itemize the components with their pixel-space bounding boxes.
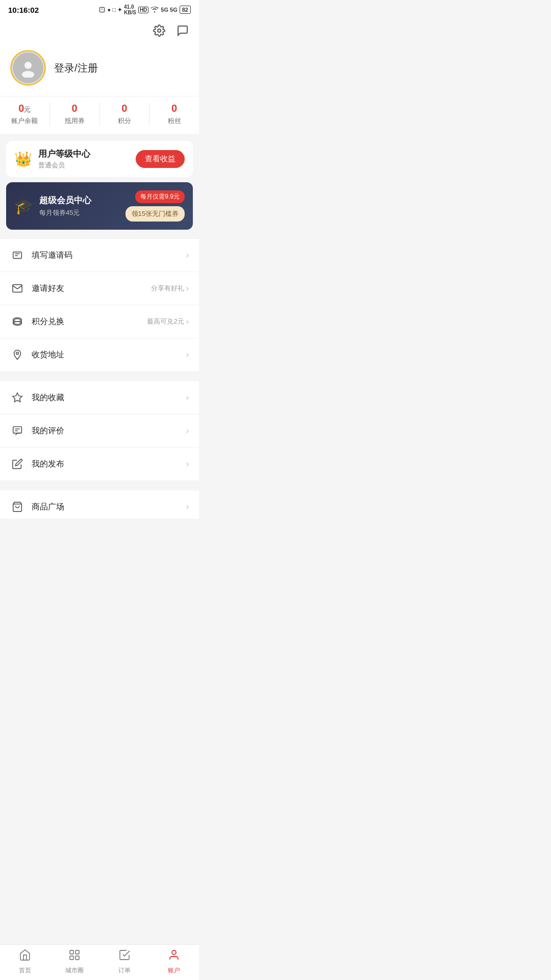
svg-point-2 [24, 62, 32, 69]
super-subtitle: 每月领券45元 [39, 208, 91, 217]
super-member-card[interactable]: 🎓 超级会员中心 每月领券45元 每月仅需9.9元 领15张无门槛券 [6, 182, 193, 230]
stat-fans[interactable]: 0 粉丝 [149, 103, 199, 126]
nfc-icon [98, 6, 106, 13]
chevron-icon: › [186, 251, 189, 260]
menu-item-posts[interactable]: 我的发布 › [0, 448, 199, 480]
svg-point-12 [16, 352, 19, 355]
reviews-icon [10, 424, 24, 438]
network-speed: 41.0KB/S [124, 4, 136, 15]
invite-code-icon [10, 248, 24, 262]
posts-icon [10, 457, 24, 471]
super-title: 超级会员中心 [39, 194, 91, 206]
svg-point-1 [158, 29, 161, 32]
menu-right-favorites: › [186, 393, 189, 402]
menu-item-address[interactable]: 收货地址 › [0, 338, 199, 371]
super-text: 超级会员中心 每月领券45元 [39, 194, 91, 217]
crown-icon: 👑 [14, 151, 32, 167]
menu-right-posts: › [186, 459, 189, 469]
settings-icon [153, 24, 165, 37]
coupon-button[interactable]: 领15张无门槛券 [126, 206, 185, 222]
view-earnings-button[interactable]: 查看收益 [136, 150, 185, 168]
top-header [0, 18, 199, 45]
level-card[interactable]: 👑 用户等级中心 普通会员 查看收益 [6, 141, 193, 177]
menu-item-invite-code[interactable]: 填写邀请码 › [0, 239, 199, 272]
section-gap-2 [0, 480, 199, 485]
svg-point-3 [22, 71, 34, 78]
svg-rect-4 [13, 252, 22, 259]
menu-item-reviews[interactable]: 我的评价 › [0, 414, 199, 448]
stat-balance-value: 0元 [18, 103, 31, 114]
super-card-left: 🎓 超级会员中心 每月领券45元 [14, 194, 91, 217]
points-exchange-icon [10, 314, 24, 329]
signal-icons: ● □ ✦ [108, 7, 122, 13]
svg-rect-0 [99, 7, 104, 12]
svg-marker-13 [13, 393, 22, 402]
level-title: 用户等级中心 [38, 148, 90, 160]
profile-login-label[interactable]: 登录/注册 [54, 61, 98, 75]
chevron-icon-4: › [186, 350, 189, 359]
stat-points-value: 0 [121, 103, 127, 114]
chevron-icon-5: › [186, 393, 189, 402]
address-icon [10, 348, 24, 362]
chevron-icon-8: › [186, 502, 189, 511]
stat-coupon-label: 抵用券 [65, 116, 85, 126]
graduation-icon: 🎓 [14, 197, 33, 215]
menu-section-1: 填写邀请码 › 邀请好友 分享有好礼 › 积分兑换 [0, 239, 199, 371]
svg-rect-14 [13, 427, 22, 433]
price-tag: 每月仅需9.9元 [135, 190, 185, 203]
menu-label-points: 积分兑换 [32, 316, 147, 327]
stat-points-label: 积分 [118, 116, 131, 126]
level-subtitle: 普通会员 [38, 161, 90, 170]
menu-label-posts: 我的发布 [32, 459, 186, 470]
menu-item-invite-friend[interactable]: 邀请好友 分享有好礼 › [0, 272, 199, 305]
menu-label-reviews: 我的评价 [32, 426, 186, 436]
menu-label-invite-code: 填写邀请码 [32, 250, 186, 261]
favorites-icon [10, 390, 24, 405]
section-gap-1 [0, 371, 199, 376]
status-icons: ● □ ✦ 41.0KB/S HD 5G 5G 82 [98, 4, 191, 15]
menu-label-address: 收货地址 [32, 350, 186, 360]
menu-right-shop: › [186, 502, 189, 511]
menu-label-shop: 商品广场 [32, 502, 186, 512]
menu-right-reviews: › [186, 426, 189, 435]
menu-item-favorites[interactable]: 我的收藏 › [0, 381, 199, 414]
avatar[interactable] [10, 50, 46, 86]
cellular-icons: 5G 5G [161, 7, 177, 13]
settings-button[interactable] [151, 22, 167, 39]
invite-friend-icon [10, 281, 24, 296]
person-icon [18, 58, 38, 78]
message-button[interactable] [174, 22, 191, 39]
stat-balance[interactable]: 0元 账户余额 [0, 103, 49, 126]
stat-coupon-value: 0 [72, 103, 78, 114]
menu-section-3: 商品广场 › [0, 491, 199, 519]
shop-icon [10, 500, 24, 514]
menu-right-points: 最高可兑2元 › [147, 317, 189, 326]
stat-fans-label: 粉丝 [168, 116, 181, 126]
menu-right-address: › [186, 350, 189, 359]
chevron-icon-7: › [186, 459, 189, 469]
stats-row: 0元 账户余额 0 抵用券 0 积分 0 粉丝 [0, 96, 199, 134]
avatar-inner [13, 53, 43, 83]
level-card-left: 👑 用户等级中心 普通会员 [14, 148, 90, 170]
stat-points[interactable]: 0 积分 [99, 103, 149, 126]
menu-right-invite-code: › [186, 251, 189, 260]
chevron-icon-2: › [186, 284, 189, 293]
stat-balance-label: 账户余额 [11, 116, 38, 126]
stat-coupon[interactable]: 0 抵用券 [49, 103, 99, 126]
profile-section[interactable]: 登录/注册 [0, 45, 199, 96]
message-icon [177, 24, 189, 37]
chevron-icon-3: › [186, 317, 189, 326]
chevron-icon-6: › [186, 426, 189, 435]
wifi-icon [151, 7, 159, 13]
menu-item-shop[interactable]: 商品广场 › [0, 491, 199, 519]
super-card-right: 每月仅需9.9元 领15张无门槛券 [126, 190, 185, 222]
status-time: 10:16:02 [8, 6, 39, 14]
menu-label-invite-friend: 邀请好友 [32, 283, 151, 294]
menu-item-points[interactable]: 积分兑换 最高可兑2元 › [0, 305, 199, 338]
level-text: 用户等级中心 普通会员 [38, 148, 90, 170]
status-bar: 10:16:02 ● □ ✦ 41.0KB/S HD 5G 5G 82 [0, 0, 199, 18]
menu-label-favorites: 我的收藏 [32, 393, 186, 403]
menu-section-2: 我的收藏 › 我的评价 › 我的发布 › [0, 381, 199, 480]
battery-icon: 82 [180, 6, 191, 14]
hd-icon: HD [138, 7, 148, 13]
